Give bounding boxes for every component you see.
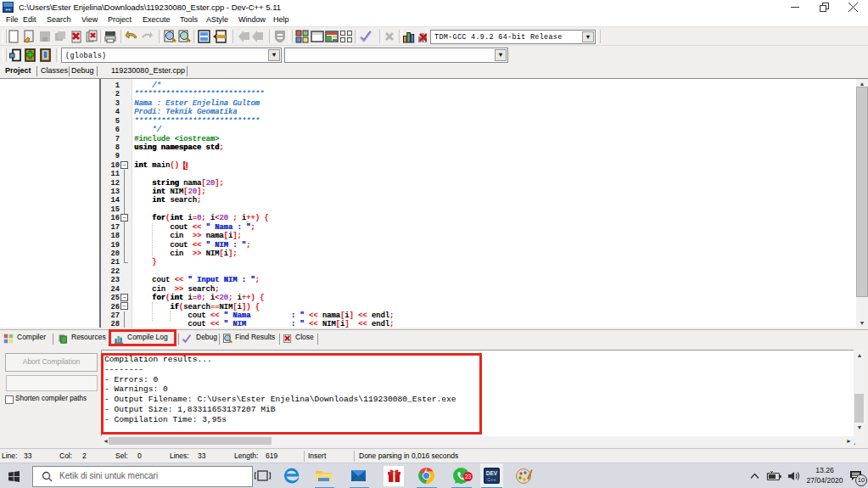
svg-text:++: ++ — [6, 7, 11, 12]
svg-text:DEV: DEV — [486, 470, 498, 476]
svg-text:C++: C++ — [487, 477, 496, 482]
